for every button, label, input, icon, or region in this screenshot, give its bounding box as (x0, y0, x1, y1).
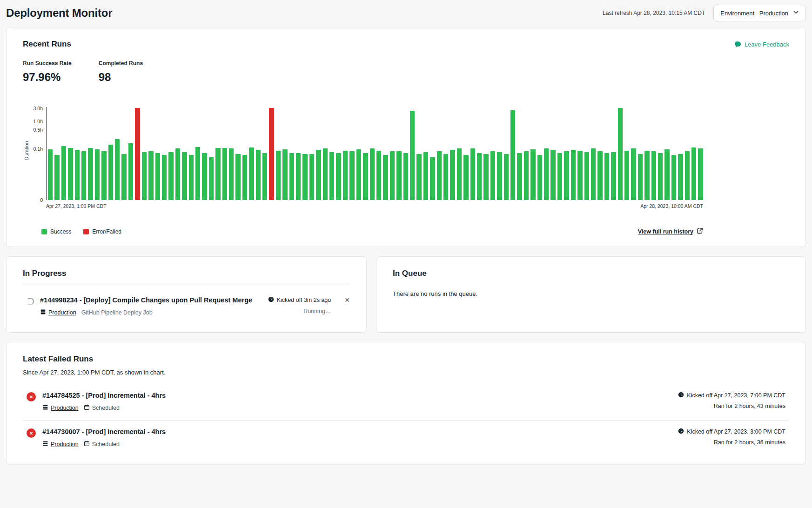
run-bar-success[interactable] (631, 148, 636, 200)
run-bar-success[interactable] (430, 157, 435, 200)
run-bar-success[interactable] (68, 148, 73, 200)
run-bar-success[interactable] (470, 148, 475, 200)
run-bar-success[interactable] (363, 153, 368, 200)
run-bar-success[interactable] (316, 150, 321, 200)
run-bar-success[interactable] (148, 151, 153, 200)
run-bar-success[interactable] (510, 110, 515, 200)
run-bar-success[interactable] (450, 150, 455, 200)
run-bar-success[interactable] (410, 111, 415, 200)
run-bar-success[interactable] (658, 153, 663, 200)
run-bar-success[interactable] (195, 147, 200, 200)
run-bar-success[interactable] (356, 149, 361, 200)
run-bar-success[interactable] (289, 153, 294, 200)
run-bar-success[interactable] (383, 155, 388, 200)
run-bar-success[interactable] (349, 151, 354, 200)
run-bar-success[interactable] (490, 151, 495, 200)
run-bar-success[interactable] (403, 153, 408, 200)
run-bar-success[interactable] (584, 152, 589, 200)
run-bar-success[interactable] (544, 148, 549, 200)
run-bar-success[interactable] (229, 148, 234, 200)
run-bar-success[interactable] (61, 146, 66, 200)
run-bar-success[interactable] (54, 155, 59, 200)
run-bar-success[interactable] (242, 155, 247, 200)
run-bar-success[interactable] (396, 151, 401, 200)
run-bar-success[interactable] (685, 151, 690, 200)
run-bar-success[interactable] (504, 154, 509, 200)
run-bar-success[interactable] (437, 151, 442, 200)
run-bar-success[interactable] (215, 148, 220, 200)
run-bar-success[interactable] (168, 152, 173, 200)
run-bar-failed[interactable] (135, 108, 140, 200)
run-bar-success[interactable] (691, 147, 696, 200)
run-bar-success[interactable] (128, 143, 133, 200)
run-bar-success[interactable] (182, 152, 187, 200)
run-bar-success[interactable] (81, 151, 86, 200)
run-bar-success[interactable] (644, 151, 649, 200)
run-bar-success[interactable] (336, 153, 341, 200)
run-bar-success[interactable] (256, 150, 261, 200)
leave-feedback-button[interactable]: Leave Feedback (734, 41, 789, 48)
run-bar-success[interactable] (664, 149, 669, 200)
run-bar-success[interactable] (88, 148, 93, 200)
run-bar-success[interactable] (276, 151, 281, 200)
run-bar-success[interactable] (591, 148, 596, 200)
run-bar-success[interactable] (497, 152, 502, 200)
run-bar-success[interactable] (463, 155, 468, 200)
run-bar-success[interactable] (108, 145, 113, 200)
run-bar-success[interactable] (222, 148, 227, 200)
run-bar-success[interactable] (611, 152, 616, 200)
run-bar-success[interactable] (121, 154, 126, 200)
run-bar-success[interactable] (564, 151, 569, 200)
run-bar-success[interactable] (550, 150, 555, 200)
run-bar-success[interactable] (175, 148, 180, 200)
run-bar-success[interactable] (477, 153, 482, 200)
run-bar-success[interactable] (296, 153, 301, 200)
run-bar-success[interactable] (95, 149, 100, 200)
run-bar-success[interactable] (282, 149, 287, 200)
run-bar-success[interactable] (115, 139, 120, 200)
run-bar-success[interactable] (155, 153, 160, 200)
environment-dropdown[interactable]: Environment Production (713, 5, 806, 21)
run-bar-success[interactable] (557, 153, 562, 200)
run-bar-success[interactable] (329, 152, 334, 200)
run-bar-success[interactable] (597, 151, 602, 200)
run-bar-success[interactable] (483, 154, 488, 200)
run-bar-failed[interactable] (269, 108, 274, 200)
run-bar-success[interactable] (577, 151, 582, 200)
run-bar-success[interactable] (416, 154, 421, 200)
run-bar-success[interactable] (390, 151, 395, 200)
run-bar-success[interactable] (343, 151, 348, 200)
run-bar-success[interactable] (571, 150, 576, 200)
run-bar-success[interactable] (537, 155, 542, 200)
run-bar-success[interactable] (524, 151, 529, 200)
view-full-run-history-link[interactable]: View full run history (638, 227, 703, 235)
run-bar-success[interactable] (323, 148, 328, 200)
run-bar-success[interactable] (142, 152, 147, 200)
run-bar-success[interactable] (457, 148, 462, 200)
run-bar-success[interactable] (249, 147, 254, 200)
run-bar-success[interactable] (604, 153, 609, 200)
run-bar-success[interactable] (48, 149, 53, 200)
run-bar-success[interactable] (309, 154, 314, 200)
run-bar-success[interactable] (423, 152, 428, 200)
run-bar-success[interactable] (678, 154, 683, 200)
environment-link[interactable]: Production (42, 404, 79, 412)
run-bar-success[interactable] (370, 148, 375, 200)
run-bar-success[interactable] (162, 155, 167, 200)
run-bar-success[interactable] (75, 150, 80, 200)
run-bar-success[interactable] (262, 153, 267, 200)
run-bar-success[interactable] (638, 154, 643, 200)
run-bar-success[interactable] (671, 155, 676, 200)
run-bar-success[interactable] (624, 151, 629, 200)
run-bar-success[interactable] (235, 154, 240, 200)
run-bar-success[interactable] (651, 151, 656, 200)
run-bar-success[interactable] (530, 149, 535, 200)
environment-link[interactable]: Production (42, 441, 79, 448)
run-bar-success[interactable] (189, 155, 194, 200)
run-bar-success[interactable] (698, 148, 703, 200)
run-bar-success[interactable] (376, 151, 381, 200)
environment-link[interactable]: Production (40, 309, 76, 316)
run-bar-success[interactable] (302, 154, 307, 200)
run-bar-success[interactable] (618, 108, 623, 200)
close-icon[interactable]: ✕ (344, 297, 350, 303)
